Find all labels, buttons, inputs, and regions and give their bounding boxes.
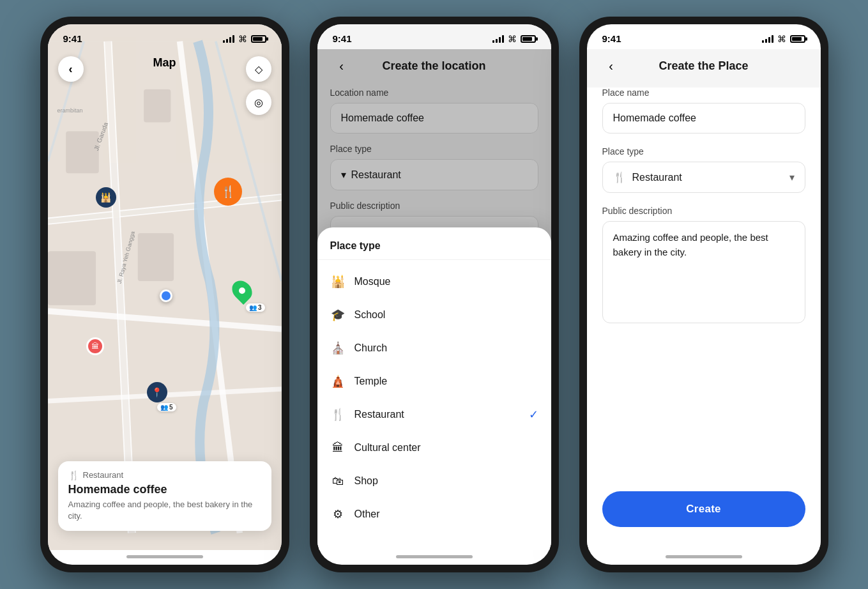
phone-map: 9:41 ⌘ [40,17,289,572]
info-card-name: Homemade coffee [68,483,261,496]
navy-pin-marker[interactable]: 📍 👥5 [147,382,167,402]
create-button-area: Create [587,478,821,550]
status-bar-3: 9:41 ⌘ [587,24,821,49]
map-layers-button[interactable]: ◇ [246,56,271,82]
dropdown-chevron-icon: ▾ [341,169,346,181]
dropdown-item-shop[interactable]: 🛍Shop [317,464,551,498]
place-type-label-2: Place type [330,144,538,154]
place-description-label: Public description [602,206,805,216]
create-location-header: ‹ Create the location [317,49,551,88]
other-label: Other [354,509,380,520]
create-place-form: Place name Place type 🍴 Restaurant ▾ Pub… [587,88,821,478]
create-place-title: Create the Place [623,59,785,73]
status-icons-2: ⌘ [492,34,536,44]
dropdown-item-school[interactable]: 🎓School [317,298,551,332]
restaurant-icon-small: 🍴 [68,470,79,480]
description-label-2: Public description [330,201,538,211]
status-icons-3: ⌘ [762,34,805,44]
back-chevron-icon: ‹ [69,63,73,76]
location-name-label: Location name [330,88,538,98]
status-time-2: 9:41 [333,33,352,44]
place-type-icon-3: 🍴 [613,171,626,183]
create-place-back-button[interactable]: ‹ [600,54,623,77]
signal-icon-map [223,35,234,43]
dropdown-item-church[interactable]: ⛪Church [317,332,551,365]
battery-icon-2 [521,35,536,43]
place-type-select-3[interactable]: 🍴 Restaurant ▾ [602,162,805,193]
place-type-select-2[interactable]: ▾ Restaurant [330,159,538,190]
dropdown-item-mosque[interactable]: 🕌Mosque [317,265,551,298]
restaurant-label: Restaurant [354,409,404,420]
svg-rect-10 [137,233,173,281]
dropdown-item-temple[interactable]: 🛕Temple [317,365,551,398]
status-time-map: 9:41 [63,33,82,44]
dropdown-item-restaurant[interactable]: 🍴Restaurant✓ [317,398,551,431]
info-card-description: Amazing coffee and people, the best bake… [68,499,261,522]
place-type-value-2: Restaurant [351,169,401,181]
mosque-icon: 🕌 [330,274,346,289]
place-name-label: Place name [602,88,805,98]
temple-icon: 🛕 [330,374,346,389]
church-icon: ⛪ [330,340,346,356]
create-place-header: ‹ Create the Place [587,49,821,88]
shop-icon: 🛍 [330,473,346,489]
svg-rect-11 [48,251,96,305]
dropdown-item-other[interactable]: ⚙Other [317,498,551,531]
phone-create-location: 9:41 ⌘ ‹ Create the location [310,17,559,572]
dropdown-title: Place type [317,240,551,260]
place-name-input[interactable] [602,103,805,134]
svg-rect-13 [144,89,171,123]
info-card-type: 🍴 Restaurant [68,470,261,480]
dropdown-items-list: 🕌Mosque🎓School⛪Church🛕Temple🍴Restaurant✓… [317,265,551,531]
green-pin-marker[interactable]: 👥3 [233,280,256,303]
restaurant-marker[interactable]: 🍴 [214,178,242,206]
home-indicator-1 [126,555,203,558]
place-description-input[interactable]: Amazing coffee and people, the best bake… [602,221,805,323]
layers-icon: ◇ [255,63,263,75]
back-icon-3: ‹ [609,59,613,73]
temple-label: Temple [354,376,388,387]
map-back-button[interactable]: ‹ [58,56,84,82]
cultural-center-icon: 🏛 [330,440,346,455]
mosque-marker[interactable]: 🕌 [96,187,116,208]
create-button[interactable]: Create [602,491,805,527]
location-target-icon: ◎ [254,96,263,109]
home-indicator-3 [666,555,742,558]
location-name-input[interactable]: Homemade coffee [330,103,538,134]
status-bar-map: 9:41 ⌘ [48,24,282,49]
restaurant-icon: 🍴 [330,407,346,422]
place-type-label-3: Place type [602,146,805,157]
signal-icon-2 [492,35,504,43]
place-type-chevron-icon: ▾ [789,171,795,183]
map-info-card[interactable]: 🍴 Restaurant Homemade coffee Amazing cof… [58,461,271,531]
mosque-label: Mosque [354,276,391,287]
battery-icon-3 [790,35,805,43]
place-type-value-3: Restaurant [632,172,682,183]
map-screen: 9:41 ⌘ [48,24,282,550]
status-time-3: 9:41 [602,33,621,44]
home-indicator-2 [396,555,473,558]
other-icon: ⚙ [330,507,346,522]
phone-create-place: 9:41 ⌘ ‹ Create the Place Place name [579,17,828,572]
wifi-icon-2: ⌘ [508,34,517,44]
svg-rect-12 [66,132,99,174]
back-icon-2: ‹ [339,59,344,73]
status-bar-2: 9:41 ⌘ [317,24,551,49]
shop-label: Shop [354,475,378,487]
red-marker[interactable]: 🏛 [86,337,104,355]
area-label-erambitan: erambitan [57,107,83,114]
status-icons-map: ⌘ [223,34,266,44]
create-location-back-button[interactable]: ‹ [330,54,353,77]
map-title: Map [153,56,176,70]
wifi-icon-map: ⌘ [238,34,247,44]
current-location-marker [160,289,172,302]
battery-icon-map [251,35,266,43]
church-label: Church [354,342,388,354]
create-location-screen: ‹ Create the location Location name Home… [317,49,551,550]
school-icon: 🎓 [330,307,346,323]
dropdown-item-cultural-center[interactable]: 🏛Cultural center [317,431,551,464]
create-place-screen: ‹ Create the Place Place name Place type… [587,49,821,550]
place-type-dropdown[interactable]: Place type 🕌Mosque🎓School⛪Church🛕Temple🍴… [317,227,551,550]
school-label: School [354,309,386,321]
map-location-button[interactable]: ◎ [246,89,271,115]
